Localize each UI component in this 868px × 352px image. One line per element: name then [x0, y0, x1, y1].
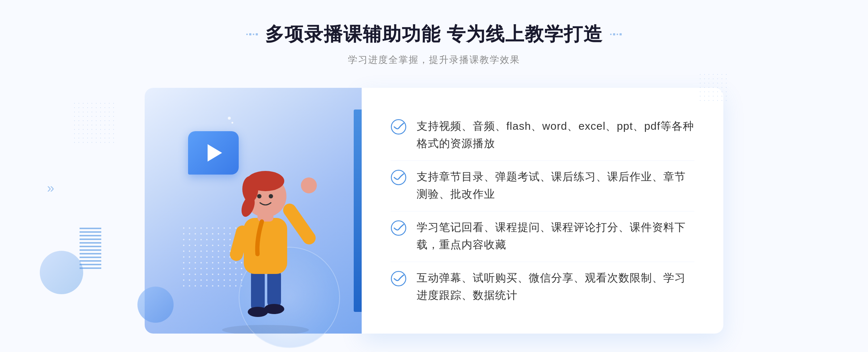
check-icon-2	[391, 169, 407, 185]
chevron-left-decoration: »	[47, 181, 54, 196]
feature-item-2: 支持章节目录、弹题考试、课后练习、课后作业、章节测验、批改作业	[391, 160, 694, 210]
feature-text-3: 学习笔记回看、课程提问、课程评论打分、课件资料下载，重点内容收藏	[417, 219, 694, 253]
title-deco-left	[246, 33, 258, 35]
right-panel: 支持视频、音频、flash、word、excel、ppt、pdf等各种格式的资源…	[362, 88, 723, 334]
svg-point-15	[269, 194, 273, 198]
feature-text-1: 支持视频、音频、flash、word、excel、ppt、pdf等各种格式的资源…	[417, 117, 694, 152]
feature-item-3: 学习笔记回看、课程提问、课程评论打分、课件资料下载，重点内容收藏	[391, 211, 694, 261]
svg-point-14	[257, 194, 261, 198]
stripes-decoration-left	[80, 226, 101, 269]
feature-text-4: 互动弹幕、试听购买、微信分享、观看次数限制、学习进度跟踪、数据统计	[417, 269, 694, 304]
main-content: 《	[145, 88, 723, 334]
check-icon-4	[391, 271, 407, 287]
feature-item-4: 互动弹幕、试听购买、微信分享、观看次数限制、学习进度跟踪、数据统计	[391, 262, 694, 311]
svg-point-19	[391, 271, 406, 286]
title-deco-right	[610, 33, 622, 35]
dots-decoration-left	[72, 101, 116, 145]
person-illustration	[204, 146, 327, 334]
svg-rect-1	[251, 269, 265, 312]
svg-point-18	[391, 221, 406, 235]
svg-point-16	[391, 120, 406, 134]
blue-bar-decoration	[354, 110, 362, 312]
title-row: 多项录播课辅助功能 专为线上教学打造	[246, 22, 622, 47]
shine-dot	[228, 117, 231, 120]
svg-rect-5	[244, 218, 287, 274]
left-panel: 《	[145, 88, 362, 334]
half-circle-decoration	[137, 287, 174, 323]
page-wrapper: » 多项录播课辅助功能 专为线上教学打造 学习进度全掌握，提升录播课教学效果	[0, 0, 868, 352]
dots-decoration-right	[698, 72, 727, 101]
page-header: 多项录播课辅助功能 专为线上教学打造 学习进度全掌握，提升录播课教学效果	[246, 22, 622, 66]
feature-text-2: 支持章节目录、弹题考试、课后练习、课后作业、章节测验、批改作业	[417, 168, 694, 203]
check-icon-3	[391, 220, 407, 236]
circle-decoration-left	[40, 251, 83, 294]
shine-dots-decoration	[228, 117, 233, 124]
check-icon-1	[391, 119, 407, 135]
page-subtitle: 学习进度全掌握，提升录播课教学效果	[246, 53, 622, 66]
svg-rect-2	[267, 269, 281, 308]
feature-item-1: 支持视频、音频、flash、word、excel、ppt、pdf等各种格式的资源…	[391, 110, 694, 159]
svg-point-0	[222, 325, 309, 334]
svg-point-4	[264, 304, 284, 314]
svg-point-7	[301, 177, 317, 193]
svg-point-17	[391, 170, 406, 185]
page-title: 多项录播课辅助功能 专为线上教学打造	[265, 22, 603, 47]
shine-dot	[231, 122, 233, 124]
